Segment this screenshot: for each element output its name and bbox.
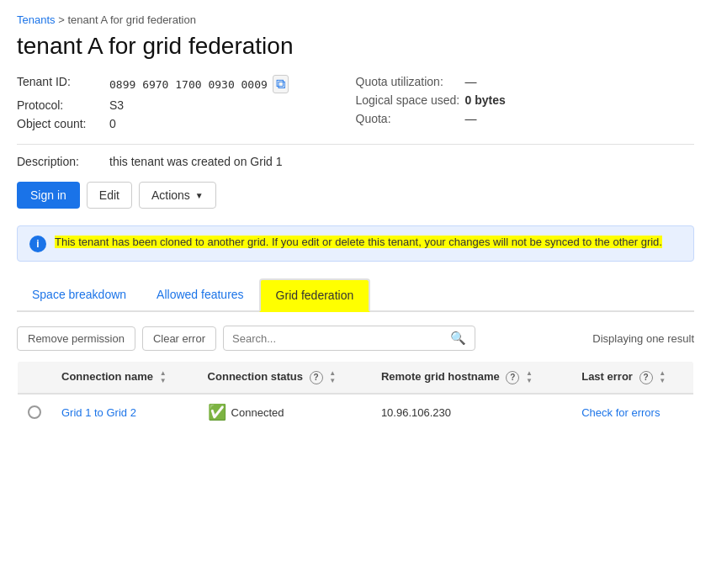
col-connection-name: Connection name ▲ ▼ (51, 362, 198, 395)
action-buttons: Sign in Edit Actions ▼ (17, 182, 694, 209)
col-last-error: Last error ? ▲ ▼ (571, 362, 693, 395)
row-remote-grid-hostname: 10.96.106.230 (371, 394, 571, 431)
search-input[interactable] (232, 332, 450, 345)
actions-button[interactable]: Actions ▼ (139, 182, 216, 209)
radio-button[interactable] (28, 405, 41, 419)
actions-label: Actions (151, 188, 190, 202)
radio-btn-circle (28, 405, 41, 419)
tab-grid-federation[interactable]: Grid federation (259, 278, 371, 312)
status-connected: ✅ Connected (208, 403, 361, 421)
tab-space-breakdown[interactable]: Space breakdown (17, 278, 141, 312)
breadcrumb-parent-link[interactable]: Tenants (17, 13, 56, 26)
sort-down-icon: ▼ (160, 378, 167, 384)
tenant-id-text: 0899 6970 1700 0930 0009 (109, 78, 268, 91)
sort-connection-status[interactable]: ▲ ▼ (329, 370, 336, 384)
sort-last-error[interactable]: ▲ ▼ (659, 370, 666, 384)
sort-remote-grid-hostname[interactable]: ▲ ▼ (526, 370, 533, 384)
clear-error-button[interactable]: Clear error (142, 326, 216, 351)
remove-permission-button[interactable]: Remove permission (17, 326, 135, 351)
sign-in-button[interactable]: Sign in (17, 182, 80, 209)
breadcrumb-current: tenant A for grid federation (67, 13, 196, 26)
tenant-info-grid: Tenant ID: 0899 6970 1700 0930 0009 ⧉ Pr… (17, 75, 694, 130)
logical-space-value: 0 bytes (465, 93, 506, 107)
sort-up-icon: ▲ (160, 370, 167, 377)
object-count-row: Object count: 0 (17, 117, 356, 130)
sort-up-icon: ▲ (659, 370, 666, 377)
logical-space-label: Logical space used: (356, 93, 465, 107)
col-connection-status: Connection status ? ▲ ▼ (198, 362, 371, 395)
table-header-row: Connection name ▲ ▼ Connection status ? … (18, 362, 694, 395)
row-last-error: Check for errors (571, 394, 693, 431)
divider-1 (17, 144, 694, 145)
result-count: Displaying one result (592, 332, 694, 345)
row-radio-cell[interactable] (18, 394, 52, 431)
sort-connection-name[interactable]: ▲ ▼ (160, 370, 167, 384)
sort-down-icon: ▼ (526, 378, 533, 384)
table-toolbar: Remove permission Clear error 🔍 Displayi… (17, 326, 694, 351)
tenant-id-row: Tenant ID: 0899 6970 1700 0930 0009 ⧉ (17, 75, 356, 93)
sort-up-icon: ▲ (329, 370, 336, 377)
row-connection-name: Grid 1 to Grid 2 (51, 394, 198, 431)
search-box: 🔍 (223, 326, 475, 351)
sort-down-icon: ▼ (329, 378, 336, 384)
grid-federation-table: Connection name ▲ ▼ Connection status ? … (17, 361, 694, 431)
quota-utilization-value: — (465, 75, 477, 88)
quota-utilization-row: Quota utilization: — (356, 75, 695, 88)
last-error-help-icon[interactable]: ? (639, 371, 653, 384)
page-title: tenant A for grid federation (17, 33, 694, 60)
quota-value: — (465, 112, 477, 125)
description-row: Description: this tenant was created on … (17, 155, 694, 168)
description-value: this tenant was created on Grid 1 (109, 155, 282, 168)
connection-name-link[interactable]: Grid 1 to Grid 2 (61, 406, 136, 419)
edit-button[interactable]: Edit (87, 182, 132, 209)
quota-label: Quota: (356, 112, 465, 125)
connected-icon: ✅ (208, 403, 226, 421)
info-right: Quota utilization: — Logical space used:… (356, 75, 695, 130)
table-row: Grid 1 to Grid 2 ✅ Connected 10.96.106.2… (18, 394, 694, 431)
copy-icon[interactable]: ⧉ (273, 75, 289, 93)
remote-grid-hostname-help-icon[interactable]: ? (506, 371, 519, 384)
info-icon: i (29, 236, 46, 252)
page-container: Tenants > tenant A for grid federation t… (0, 0, 711, 444)
check-for-errors-link[interactable]: Check for errors (581, 406, 660, 419)
tabs-container: Space breakdown Allowed features Grid fe… (17, 278, 694, 312)
tenant-id-label: Tenant ID: (17, 75, 109, 88)
quota-row: Quota: — (356, 112, 695, 125)
col-remote-grid-hostname: Remote grid hostname ? ▲ ▼ (371, 362, 571, 395)
sort-up-icon: ▲ (526, 370, 533, 377)
search-icon: 🔍 (450, 331, 466, 346)
row-connection-status: ✅ Connected (198, 394, 371, 431)
object-count-label: Object count: (17, 117, 109, 130)
col-radio (18, 362, 52, 395)
tenant-id-value: 0899 6970 1700 0930 0009 ⧉ (109, 75, 289, 93)
info-banner: i This tenant has been cloned to another… (17, 225, 694, 262)
info-left: Tenant ID: 0899 6970 1700 0930 0009 ⧉ Pr… (17, 75, 356, 130)
protocol-row: Protocol: S3 (17, 98, 356, 112)
breadcrumb-separator: > (58, 13, 67, 26)
logical-space-row: Logical space used: 0 bytes (356, 93, 695, 107)
protocol-label: Protocol: (17, 98, 109, 112)
description-label: Description: (17, 155, 109, 168)
chevron-down-icon: ▼ (195, 191, 204, 200)
breadcrumb: Tenants > tenant A for grid federation (17, 13, 694, 26)
quota-utilization-label: Quota utilization: (356, 75, 465, 88)
connection-status-text: Connected (231, 406, 284, 419)
protocol-value: S3 (109, 98, 124, 112)
info-banner-text: This tenant has been cloned to another g… (55, 235, 662, 250)
tab-allowed-features[interactable]: Allowed features (141, 278, 259, 312)
object-count-value: 0 (109, 117, 116, 130)
connection-status-help-icon[interactable]: ? (310, 371, 323, 384)
sort-down-icon: ▼ (659, 378, 666, 384)
